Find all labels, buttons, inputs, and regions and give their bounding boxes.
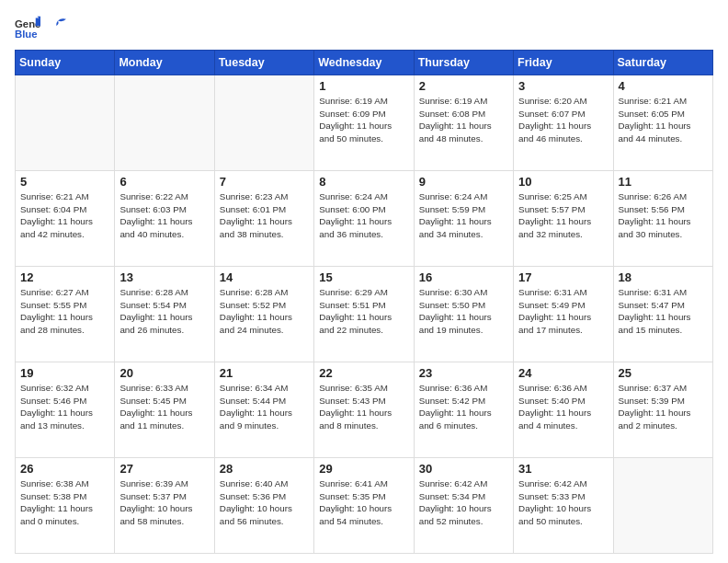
cell-info: Sunrise: 6:21 AM Sunset: 6:04 PM Dayligh… (20, 190, 109, 241)
calendar-cell: 2Sunrise: 6:19 AM Sunset: 6:08 PM Daylig… (414, 75, 513, 171)
cell-info: Sunrise: 6:30 AM Sunset: 5:50 PM Dayligh… (419, 286, 508, 337)
weekday-header-monday: Monday (115, 51, 214, 75)
cell-info: Sunrise: 6:42 AM Sunset: 5:33 PM Dayligh… (518, 477, 608, 528)
cell-info: Sunrise: 6:34 AM Sunset: 5:44 PM Dayligh… (220, 382, 309, 432)
calendar-cell: 20Sunrise: 6:33 AM Sunset: 5:45 PM Dayli… (115, 362, 214, 458)
calendar-cell: 3Sunrise: 6:20 AM Sunset: 6:07 PM Daylig… (514, 75, 613, 171)
calendar-week-row: 1Sunrise: 6:19 AM Sunset: 6:09 PM Daylig… (16, 75, 713, 171)
day-number: 3 (518, 79, 608, 93)
day-number: 13 (119, 270, 209, 284)
calendar-cell: 10Sunrise: 6:25 AM Sunset: 5:57 PM Dayli… (514, 171, 613, 267)
calendar-cell: 26Sunrise: 6:38 AM Sunset: 5:38 PM Dayli… (16, 458, 115, 554)
weekday-header-friday: Friday (514, 51, 613, 75)
day-number: 12 (20, 270, 109, 284)
cell-info: Sunrise: 6:36 AM Sunset: 5:42 PM Dayligh… (419, 382, 508, 432)
calendar-cell: 21Sunrise: 6:34 AM Sunset: 5:44 PM Dayli… (214, 362, 313, 458)
cell-info: Sunrise: 6:36 AM Sunset: 5:40 PM Dayligh… (518, 382, 608, 432)
day-number: 4 (619, 79, 708, 93)
day-number: 17 (518, 270, 608, 284)
cell-info: Sunrise: 6:24 AM Sunset: 6:00 PM Dayligh… (319, 190, 408, 241)
weekday-header-wednesday: Wednesday (314, 51, 414, 75)
cell-info: Sunrise: 6:22 AM Sunset: 6:03 PM Dayligh… (119, 190, 209, 241)
calendar-cell: 30Sunrise: 6:42 AM Sunset: 5:34 PM Dayli… (414, 458, 513, 554)
calendar-week-row: 5Sunrise: 6:21 AM Sunset: 6:04 PM Daylig… (16, 171, 713, 267)
day-number: 29 (319, 462, 408, 476)
day-number: 30 (419, 462, 508, 476)
cell-info: Sunrise: 6:38 AM Sunset: 5:38 PM Dayligh… (20, 477, 109, 528)
calendar-cell: 16Sunrise: 6:30 AM Sunset: 5:50 PM Dayli… (414, 267, 513, 362)
calendar-week-row: 12Sunrise: 6:27 AM Sunset: 5:55 PM Dayli… (16, 267, 713, 362)
day-number: 25 (619, 366, 708, 380)
calendar-cell: 13Sunrise: 6:28 AM Sunset: 5:54 PM Dayli… (115, 267, 214, 362)
calendar-cell: 29Sunrise: 6:41 AM Sunset: 5:35 PM Dayli… (314, 458, 414, 554)
cell-info: Sunrise: 6:39 AM Sunset: 5:37 PM Dayligh… (119, 477, 209, 528)
cell-info: Sunrise: 6:27 AM Sunset: 5:55 PM Dayligh… (20, 286, 109, 337)
day-number: 16 (419, 270, 508, 284)
day-number: 31 (518, 462, 608, 476)
calendar-cell: 31Sunrise: 6:42 AM Sunset: 5:33 PM Dayli… (514, 458, 613, 554)
cell-info: Sunrise: 6:42 AM Sunset: 5:34 PM Dayligh… (419, 477, 508, 528)
calendar-cell: 28Sunrise: 6:40 AM Sunset: 5:36 PM Dayli… (214, 458, 313, 554)
day-number: 21 (220, 366, 309, 380)
weekday-header-tuesday: Tuesday (214, 51, 313, 75)
day-number: 8 (319, 175, 408, 189)
calendar-cell: 7Sunrise: 6:23 AM Sunset: 6:01 PM Daylig… (214, 171, 313, 267)
cell-info: Sunrise: 6:37 AM Sunset: 5:39 PM Dayligh… (619, 382, 708, 432)
cell-info: Sunrise: 6:32 AM Sunset: 5:46 PM Dayligh… (20, 382, 109, 432)
day-number: 20 (119, 366, 209, 380)
cell-info: Sunrise: 6:41 AM Sunset: 5:35 PM Dayligh… (319, 477, 408, 528)
weekday-header-thursday: Thursday (414, 51, 513, 75)
calendar-cell: 19Sunrise: 6:32 AM Sunset: 5:46 PM Dayli… (16, 362, 115, 458)
cell-info: Sunrise: 6:19 AM Sunset: 6:08 PM Dayligh… (419, 95, 508, 145)
day-number: 14 (220, 270, 309, 284)
day-number: 6 (119, 175, 209, 189)
calendar-cell: 9Sunrise: 6:24 AM Sunset: 5:59 PM Daylig… (414, 171, 513, 267)
day-number: 7 (220, 175, 309, 189)
cell-info: Sunrise: 6:31 AM Sunset: 5:49 PM Dayligh… (518, 286, 608, 337)
calendar-cell: 27Sunrise: 6:39 AM Sunset: 5:37 PM Dayli… (115, 458, 214, 554)
calendar-header-row: SundayMondayTuesdayWednesdayThursdayFrid… (16, 51, 713, 75)
cell-info: Sunrise: 6:23 AM Sunset: 6:01 PM Dayligh… (220, 190, 309, 241)
calendar-cell: 22Sunrise: 6:35 AM Sunset: 5:43 PM Dayli… (314, 362, 414, 458)
weekday-header-sunday: Sunday (16, 51, 115, 75)
header: General Blue (15, 15, 713, 40)
calendar-cell (214, 75, 313, 171)
calendar-cell (115, 75, 214, 171)
cell-info: Sunrise: 6:19 AM Sunset: 6:09 PM Dayligh… (319, 95, 408, 145)
calendar-cell: 8Sunrise: 6:24 AM Sunset: 6:00 PM Daylig… (314, 171, 414, 267)
day-number: 26 (20, 462, 109, 476)
generalblue-logo-icon: General Blue (15, 15, 40, 40)
day-number: 22 (319, 366, 408, 380)
calendar-cell: 11Sunrise: 6:26 AM Sunset: 5:56 PM Dayli… (613, 171, 712, 267)
weekday-header-saturday: Saturday (613, 51, 712, 75)
calendar-cell: 18Sunrise: 6:31 AM Sunset: 5:47 PM Dayli… (613, 267, 712, 362)
day-number: 2 (419, 79, 508, 93)
calendar-cell: 4Sunrise: 6:21 AM Sunset: 6:05 PM Daylig… (613, 75, 712, 171)
cell-info: Sunrise: 6:33 AM Sunset: 5:45 PM Dayligh… (119, 382, 209, 432)
day-number: 23 (419, 366, 508, 380)
cell-info: Sunrise: 6:24 AM Sunset: 5:59 PM Dayligh… (419, 190, 508, 241)
cell-info: Sunrise: 6:28 AM Sunset: 5:54 PM Dayligh… (119, 286, 209, 337)
day-number: 28 (220, 462, 309, 476)
calendar-cell: 1Sunrise: 6:19 AM Sunset: 6:09 PM Daylig… (314, 75, 414, 171)
day-number: 15 (319, 270, 408, 284)
day-number: 5 (20, 175, 109, 189)
day-number: 18 (619, 270, 708, 284)
cell-info: Sunrise: 6:21 AM Sunset: 6:05 PM Dayligh… (619, 95, 708, 145)
logo-bird-icon (50, 17, 66, 34)
cell-info: Sunrise: 6:20 AM Sunset: 6:07 PM Dayligh… (518, 95, 608, 145)
calendar-cell: 23Sunrise: 6:36 AM Sunset: 5:42 PM Dayli… (414, 362, 513, 458)
cell-info: Sunrise: 6:29 AM Sunset: 5:51 PM Dayligh… (319, 286, 408, 337)
day-number: 24 (518, 366, 608, 380)
cell-info: Sunrise: 6:40 AM Sunset: 5:36 PM Dayligh… (220, 477, 309, 528)
svg-text:Blue: Blue (15, 29, 38, 40)
cell-info: Sunrise: 6:35 AM Sunset: 5:43 PM Dayligh… (319, 382, 408, 432)
calendar-cell: 14Sunrise: 6:28 AM Sunset: 5:52 PM Dayli… (214, 267, 313, 362)
calendar-cell: 25Sunrise: 6:37 AM Sunset: 5:39 PM Dayli… (613, 362, 712, 458)
calendar-cell: 5Sunrise: 6:21 AM Sunset: 6:04 PM Daylig… (16, 171, 115, 267)
calendar-table: SundayMondayTuesdayWednesdayThursdayFrid… (15, 50, 713, 554)
cell-info: Sunrise: 6:31 AM Sunset: 5:47 PM Dayligh… (619, 286, 708, 337)
calendar-cell: 12Sunrise: 6:27 AM Sunset: 5:55 PM Dayli… (16, 267, 115, 362)
cell-info: Sunrise: 6:25 AM Sunset: 5:57 PM Dayligh… (518, 190, 608, 241)
day-number: 27 (119, 462, 209, 476)
